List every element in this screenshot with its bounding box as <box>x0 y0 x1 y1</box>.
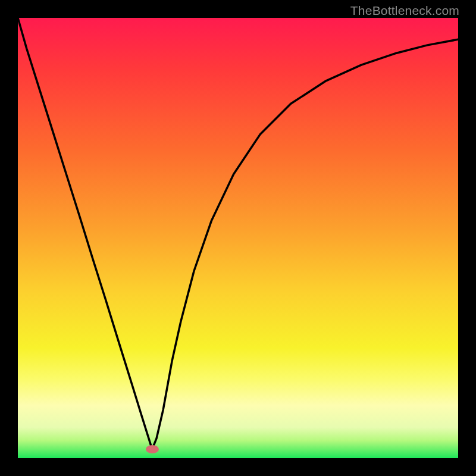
bottleneck-curve <box>18 18 458 449</box>
watermark-text: TheBottleneck.com <box>350 4 459 18</box>
curve-layer <box>18 18 458 458</box>
optimal-point-marker <box>146 445 159 453</box>
chart-frame: TheBottleneck.com <box>0 0 476 476</box>
plot-area <box>18 18 458 458</box>
